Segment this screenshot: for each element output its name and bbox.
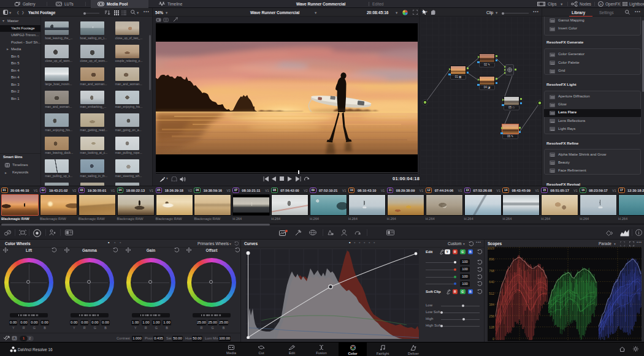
- svg-text:fx: fx: [600, 2, 602, 6]
- svg-text:0: 0: [493, 337, 494, 341]
- svg-text:640: 640: [489, 280, 494, 284]
- svg-text:128: 128: [489, 325, 494, 329]
- svg-text:896: 896: [489, 257, 494, 261]
- svg-text:512: 512: [489, 292, 494, 295]
- svg-text:384: 384: [489, 303, 494, 306]
- svg-text:A: A: [13, 336, 16, 340]
- svg-text:1023: 1023: [488, 247, 494, 250]
- svg-text:768: 768: [489, 269, 494, 273]
- svg-text:256: 256: [489, 314, 494, 318]
